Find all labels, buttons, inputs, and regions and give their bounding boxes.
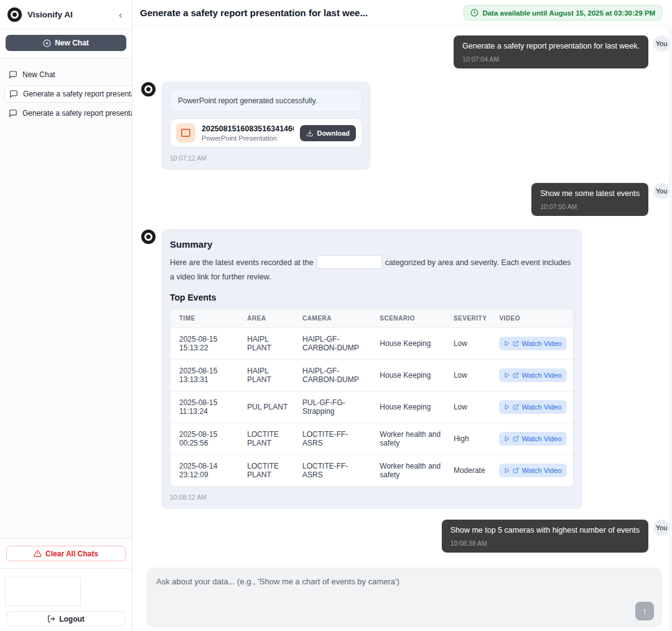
- generation-status: PowerPoint report generated successfully…: [170, 90, 362, 112]
- assistant-message: PowerPoint report generated successfully…: [141, 82, 670, 170]
- message-timestamp: 10:07:50 AM: [540, 203, 640, 210]
- user-message-bubble: Show me some latest events 10:07:50 AM: [531, 183, 648, 216]
- column-header-area: AREA: [241, 309, 296, 327]
- chat-item-label: Generate a safety report presentation fo: [23, 90, 132, 98]
- watch-video-button[interactable]: Watch Video: [499, 368, 567, 382]
- chat-bubble-icon: [9, 90, 18, 98]
- collapse-sidebar-icon[interactable]: ‹: [116, 9, 124, 21]
- composer-section: ↑: [133, 555, 672, 631]
- sidebar-header: Visionify AI ‹: [0, 0, 132, 29]
- app-window: Visionify AI ‹ New Chat New Chat Generat…: [0, 0, 672, 631]
- arrow-up-icon: ↑: [643, 606, 647, 616]
- cell-scenario: House Keeping: [373, 391, 447, 423]
- watch-video-label: Watch Video: [521, 467, 562, 474]
- vertical-scrollbar[interactable]: [670, 26, 672, 631]
- new-chat-button[interactable]: New Chat: [6, 35, 126, 51]
- play-icon: [504, 340, 510, 347]
- message-timestamp: 10:07:12 AM: [170, 154, 362, 162]
- cell-scenario: House Keeping: [373, 359, 447, 391]
- assistant-message-bubble: Summary Here are the latest events recor…: [161, 229, 582, 509]
- watch-video-label: Watch Video: [521, 403, 562, 411]
- main-header: Generate a safety report presentation fo…: [133, 0, 672, 26]
- warning-triangle-icon: [34, 549, 42, 558]
- user-message: Show me top 5 cameras with highest numbe…: [141, 520, 670, 553]
- chat-bubble-icon: [9, 70, 17, 79]
- new-chat-section: New Chat: [0, 29, 132, 58]
- download-label: Download: [317, 129, 350, 137]
- watch-video-button[interactable]: Watch Video: [499, 400, 567, 414]
- clear-all-chats-button[interactable]: Clear All Chats: [6, 546, 126, 561]
- data-availability-text: Data available until August 15, 2025 at …: [482, 9, 655, 17]
- sidebar-item-new-chat[interactable]: New Chat: [0, 67, 132, 83]
- user-avatar: You: [653, 35, 670, 52]
- chat-bubble-icon: [9, 109, 17, 118]
- assistant-message: Summary Here are the latest events recor…: [141, 229, 670, 509]
- user-message-text: Generate a safety report presentation fo…: [462, 42, 640, 50]
- user-avatar: You: [653, 520, 670, 536]
- external-link-icon: [513, 404, 519, 410]
- cell-severity: Moderate: [447, 454, 493, 486]
- logout-label: Logout: [59, 615, 85, 624]
- chat-item-label: Generate a safety report presentation fo: [22, 109, 132, 118]
- watch-video-label: Watch Video: [521, 435, 562, 442]
- message-list: Generate a safety report presentation fo…: [133, 26, 672, 555]
- cell-time: 2025-08-15 11:13:24: [170, 391, 241, 423]
- chat-input[interactable]: [146, 568, 662, 627]
- clear-all-chats-label: Clear All Chats: [45, 549, 98, 558]
- external-link-icon: [513, 340, 519, 347]
- column-header-video: VIDEO: [493, 309, 573, 327]
- cell-camera: HAIPL-GF-CARBON-DUMP: [296, 359, 373, 391]
- cell-area: HAIPL PLANT: [241, 327, 296, 359]
- column-header-scenario: SCENARIO: [373, 309, 447, 327]
- play-icon: [504, 436, 510, 442]
- cell-time: 2025-08-15 00:25:56: [170, 423, 241, 454]
- cell-area: PUL PLANT: [241, 391, 296, 423]
- watch-video-button[interactable]: Watch Video: [499, 432, 567, 446]
- watch-video-label: Watch Video: [521, 340, 562, 347]
- cell-scenario: Worker health and safety: [373, 454, 447, 486]
- table-row: 2025-08-14 23:12:09 LOCTITE PLANT LOCTIT…: [170, 454, 573, 486]
- download-icon: [306, 129, 314, 137]
- watch-video-label: Watch Video: [521, 372, 562, 379]
- file-attachment-card: 202508151608351634146644.pptx PowerPoint…: [170, 118, 362, 147]
- page-title: Generate a safety report presentation fo…: [140, 7, 368, 18]
- user-message-bubble: Show me top 5 cameras with highest numbe…: [442, 520, 648, 553]
- cell-area: LOCTITE PLANT: [241, 423, 296, 454]
- logout-icon: [47, 615, 55, 623]
- logout-button[interactable]: Logout: [6, 611, 126, 627]
- user-message-text: Show me top 5 cameras with highest numbe…: [450, 526, 640, 535]
- table-row: 2025-08-15 15:13:22 HAIPL PLANT HAIPL-GF…: [170, 327, 573, 359]
- table-row: 2025-08-15 13:13:31 HAIPL PLANT HAIPL-GF…: [170, 359, 573, 391]
- visionify-logo-icon: [7, 7, 22, 22]
- chat-item-label: New Chat: [22, 70, 55, 79]
- watch-video-button[interactable]: Watch Video: [499, 337, 567, 350]
- send-button[interactable]: ↑: [635, 602, 654, 620]
- site-name-placeholder: [317, 255, 382, 269]
- column-header-camera: CAMERA: [296, 309, 373, 327]
- message-timestamp: 10:08:12 AM: [170, 493, 574, 501]
- download-button[interactable]: Download: [300, 125, 356, 141]
- sidebar-footer: Clear All Chats Logout: [0, 538, 132, 631]
- cell-camera: LOCTITE-FF-ASRS: [296, 454, 373, 486]
- summary-text: Here are the latest events recorded at t…: [170, 255, 574, 284]
- sidebar: Visionify AI ‹ New Chat New Chat Generat…: [0, 0, 133, 631]
- cell-severity: High: [447, 423, 493, 454]
- events-table-header-row: TIME AREA CAMERA SCENARIO SEVERITY VIDEO: [170, 309, 573, 327]
- cell-area: LOCTITE PLANT: [241, 454, 296, 486]
- table-row: 2025-08-15 11:13:24 PUL PLANT PUL-GF-FG-…: [170, 391, 573, 423]
- sidebar-item-chat-selected[interactable]: Generate a safety report presentation fo: [4, 85, 132, 103]
- cell-camera: PUL-GF-FG-Strapping: [296, 391, 373, 423]
- composer: ↑: [146, 568, 662, 627]
- footer-logo-placeholder: [5, 577, 81, 606]
- column-header-time: TIME: [170, 309, 241, 327]
- watch-video-button[interactable]: Watch Video: [499, 464, 567, 477]
- sidebar-item-chat[interactable]: Generate a safety report presentation fo: [0, 105, 132, 121]
- cell-scenario: House Keeping: [373, 327, 447, 359]
- file-name: 202508151608351634146644.pptx: [202, 124, 294, 133]
- play-icon: [504, 467, 510, 474]
- data-availability-badge: Data available until August 15, 2025 at …: [464, 5, 662, 21]
- top-events-heading: Top Events: [170, 292, 574, 302]
- message-timestamp: 10:07:04 AM: [462, 55, 640, 63]
- external-link-icon: [513, 436, 519, 442]
- file-type: PowerPoint Presentation: [202, 134, 294, 142]
